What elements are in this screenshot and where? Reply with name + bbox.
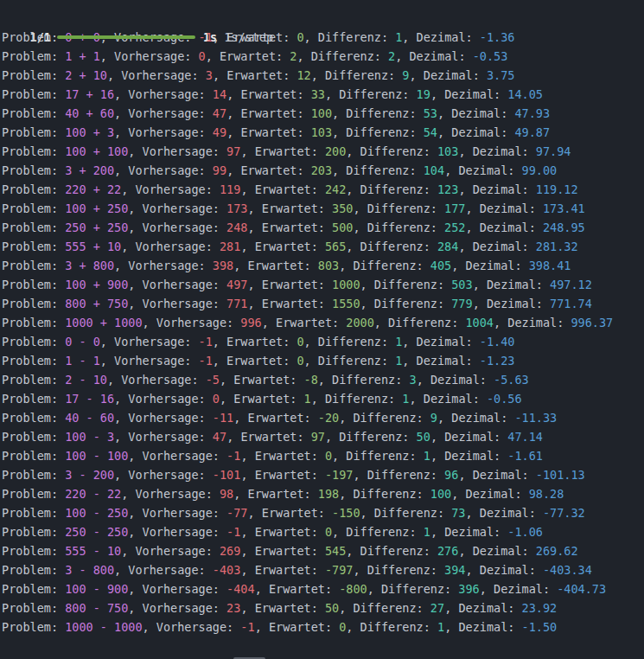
console-line: Problem: 250 - 250, Vorhersage: -1, Erwa… xyxy=(2,522,644,541)
field-label: , Dezimal: xyxy=(458,144,535,158)
console-line: Problem: 17 - 16, Vorhersage: 0, Erwarte… xyxy=(2,389,644,408)
vorhersage-value: 996 xyxy=(240,316,261,330)
vorhersage-value: 23 xyxy=(226,601,240,615)
field-label: , Dezimal: xyxy=(466,563,543,577)
differenz-value: 1 xyxy=(424,525,430,539)
field-label: , Differenz: xyxy=(346,240,437,253)
differenz-value: 252 xyxy=(444,221,465,234)
console-line: Problem: 100 + 900, Vorhersage: 497, Erw… xyxy=(2,275,644,294)
console-line: Problem: 250 + 250, Vorhersage: 248, Erw… xyxy=(2,218,644,237)
field-label: , Differenz: xyxy=(353,468,444,482)
field-label: Problem: xyxy=(2,373,65,387)
field-label: , Dezimal: xyxy=(458,182,535,196)
field-label: , Dezimal: xyxy=(473,278,550,291)
console-line: Problem: 1000 - 1000, Vorhersage: -1, Er… xyxy=(2,617,644,637)
vorhersage-value: 47 xyxy=(213,106,226,120)
console-line: Problem: 3 - 800, Vorhersage: -403, Erwa… xyxy=(2,560,644,579)
problem-expression: 17 - 16 xyxy=(65,392,114,406)
differenz-value: 1 xyxy=(402,392,409,406)
problem-expression: 250 - 250 xyxy=(65,525,128,539)
differenz-value: 1 xyxy=(424,449,430,463)
vorhersage-value: -5 xyxy=(206,373,220,387)
dezimal-value: 269.62 xyxy=(536,544,578,558)
field-label: , Erwartet: xyxy=(255,582,340,596)
summary-line: Summe absolute Abweichungen: 5302 (32 Te… xyxy=(2,637,644,656)
field-label: , Erwartet: xyxy=(226,430,311,444)
dezimal-value: 398.41 xyxy=(529,259,571,272)
field-label: , Vorhersage: xyxy=(114,259,213,272)
console-lines: Problem: 0 + 0, Vorhersage: -1, Erwartet… xyxy=(2,28,644,637)
dezimal-value: -1.50 xyxy=(522,620,558,634)
erwartet-value: 0 xyxy=(325,449,332,463)
field-label: , Dezimal: xyxy=(402,335,479,349)
erwartet-value: 0 xyxy=(325,525,332,539)
problem-expression: 100 - 250 xyxy=(65,506,128,520)
field-label: , Differenz: xyxy=(318,373,410,387)
field-label: , Differenz: xyxy=(311,68,403,82)
field-label: , Vorhersage: xyxy=(128,506,226,520)
field-label: , Differenz: xyxy=(339,601,430,615)
problem-expression: 100 + 900 xyxy=(65,278,128,291)
dezimal-value: -1.40 xyxy=(480,335,515,349)
vorhersage-value: -1 xyxy=(199,30,213,44)
field-label: , Differenz: xyxy=(339,411,430,425)
field-label: , Erwartet: xyxy=(240,563,325,577)
erwartet-value: 97 xyxy=(311,430,325,444)
field-label: , Dezimal: xyxy=(410,392,487,406)
field-label: , Erwartet: xyxy=(240,544,325,558)
terminal-output[interactable]: 1/11s1s/step Problem: 0 + 0, Vorhersage:… xyxy=(0,0,644,659)
problem-expression: 1 - 1 xyxy=(65,354,100,368)
dezimal-value: 281.32 xyxy=(536,240,578,253)
problem-expression: 250 + 250 xyxy=(65,221,128,234)
problem-expression: 220 + 22 xyxy=(65,182,121,196)
erwartet-value: 0 xyxy=(296,335,303,349)
field-label: Problem: xyxy=(2,259,65,272)
field-label: Problem: xyxy=(2,49,65,63)
differenz-value: 53 xyxy=(424,106,437,120)
field-label: , Vorhersage: xyxy=(128,525,226,539)
field-label: Problem: xyxy=(2,182,65,196)
erwartet-value: -8 xyxy=(304,373,318,387)
vorhersage-value: 97 xyxy=(226,144,240,158)
vorhersage-value: -1 xyxy=(199,354,213,368)
field-label: , Vorhersage: xyxy=(100,335,199,349)
console-line: Problem: 100 - 3, Vorhersage: 47, Erwart… xyxy=(2,427,644,446)
field-label: , Erwartet: xyxy=(240,601,325,615)
field-label: , Differenz: xyxy=(325,430,417,444)
field-label: Problem: xyxy=(2,87,65,101)
field-label: , Differenz: xyxy=(339,487,430,501)
vorhersage-value: 0 xyxy=(199,49,206,63)
problem-expression: 100 + 3 xyxy=(65,125,114,139)
differenz-value: 284 xyxy=(437,240,458,253)
field-label: , Erwartet: xyxy=(248,221,333,234)
console-line: Problem: 3 + 200, Vorhersage: 99, Erwart… xyxy=(2,161,644,180)
field-label: , Vorhersage: xyxy=(114,163,213,177)
field-label: , Vorhersage: xyxy=(128,278,226,291)
field-label: Problem: xyxy=(2,506,65,520)
vorhersage-value: -77 xyxy=(226,506,247,520)
field-label: , Differenz: xyxy=(346,620,437,634)
field-label: , Differenz: xyxy=(332,163,424,177)
field-label: , Dezimal: xyxy=(430,430,507,444)
field-label: , Erwartet: xyxy=(233,411,318,425)
differenz-value: 103 xyxy=(437,144,458,158)
vorhersage-value: -404 xyxy=(226,582,255,596)
field-label: , Dezimal: xyxy=(480,582,557,596)
vorhersage-value: 248 xyxy=(226,221,247,234)
console-line: Problem: 100 + 3, Vorhersage: 49, Erwart… xyxy=(2,123,644,142)
field-label: , Dezimal: xyxy=(410,68,487,82)
vorhersage-value: 173 xyxy=(226,202,247,215)
dezimal-value: 996.37 xyxy=(571,316,613,330)
progress-bar xyxy=(57,35,195,39)
field-label: , Vorhersage: xyxy=(121,487,220,501)
field-label: , Differenz: xyxy=(360,278,452,291)
erwartet-value: 0 xyxy=(296,30,303,44)
field-label: , Erwartet: xyxy=(220,392,304,406)
field-label: , Erwartet: xyxy=(240,525,325,539)
problem-expression: 1 + 1 xyxy=(65,49,100,63)
problem-expression: 3 - 800 xyxy=(65,563,114,577)
vorhersage-value: 281 xyxy=(220,240,240,253)
field-label: , Differenz: xyxy=(374,316,466,330)
field-label: , Vorhersage: xyxy=(143,620,241,634)
field-label: , Differenz: xyxy=(346,544,437,558)
